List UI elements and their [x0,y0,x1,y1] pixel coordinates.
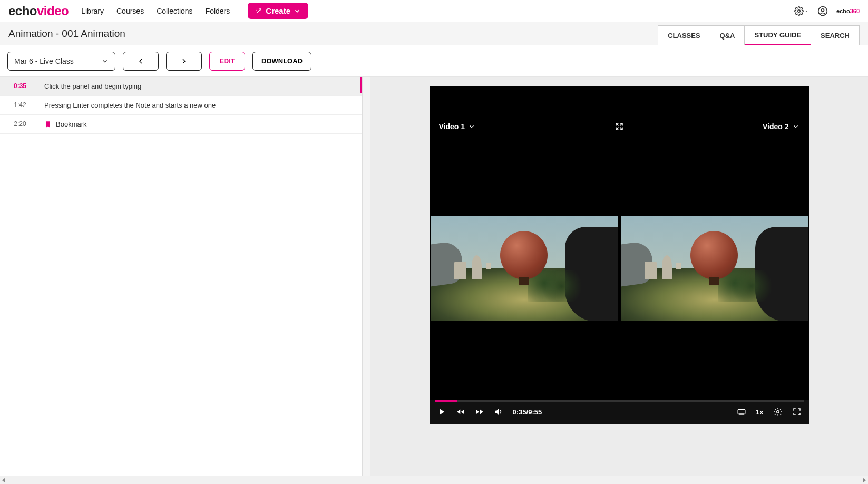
progress-bar[interactable] [435,400,804,402]
user-circle-icon [817,6,828,16]
brand-part1: echo [8,4,37,18]
settings-button[interactable] [794,6,809,16]
tabs: CLASSES Q&A STUDY GUIDE SEARCH [658,22,860,45]
video-area [430,137,809,400]
volume-button[interactable] [494,407,503,417]
note-text: Bookmark [56,120,87,128]
nav-collections[interactable]: Collections [157,7,192,15]
time-total: 9:55 [528,408,542,416]
tiny-brand[interactable]: echo360 [836,8,860,14]
nav-links: Library Courses Collections Folders Crea… [81,3,308,19]
gear-icon [773,407,783,417]
chevron-down-icon [468,123,475,130]
captions-icon [737,407,746,417]
video1-selector[interactable]: Video 1 [439,122,476,131]
horizontal-scrollbar[interactable] [0,476,868,484]
playback-speed[interactable]: 1x [756,408,763,416]
wand-icon [255,7,262,15]
video-player: Video 1 Video 2 [430,86,809,424]
gear-icon [794,6,804,16]
video-thumbnail [431,216,618,321]
svg-point-0 [798,9,801,12]
note-timestamp[interactable]: 0:35 [0,80,40,90]
svg-rect-3 [738,410,745,414]
video-frame-2[interactable] [621,216,808,321]
play-icon [437,407,446,417]
notes-scrollbar[interactable] [363,77,370,476]
video-labels-row: Video 1 Video 2 [430,116,809,137]
page-header: Animation - 001 Animation CLASSES Q&A ST… [0,22,868,45]
top-nav: echovideo Library Courses Collections Fo… [0,0,868,22]
chevron-down-icon [792,123,799,130]
nav-courses[interactable]: Courses [116,7,144,15]
note-row[interactable]: 2:20 Bookmark [0,115,362,134]
account-button[interactable] [817,6,828,16]
chevron-left-icon [136,57,145,65]
toolbar: Mar 6 - Live Class EDIT DOWNLOAD [0,45,868,77]
player-region: Video 1 Video 2 [370,77,868,476]
captions-button[interactable] [737,407,746,417]
forward-button[interactable] [475,407,484,417]
chevron-down-icon [294,7,301,15]
chevron-right-icon [180,57,188,65]
controls-right: 1x [737,407,801,417]
bookmark-icon [44,121,52,128]
note-timestamp[interactable]: 2:20 [0,118,40,128]
create-button[interactable]: Create [248,3,308,19]
note-text[interactable]: Pressing Enter completes the Note and st… [40,99,362,111]
tab-study-guide[interactable]: STUDY GUIDE [745,25,811,45]
note-body[interactable]: Bookmark [40,118,362,130]
rewind-button[interactable] [456,407,465,417]
video1-label: Video 1 [439,122,465,131]
notes-list[interactable]: 0:35 Click the panel and begin typing 1:… [0,77,362,476]
rewind-icon [456,407,465,417]
arrows-expand-icon [615,122,624,131]
note-row[interactable]: 1:42 Pressing Enter completes the Note a… [0,96,362,115]
video-thumbnail [621,216,808,321]
brand-logo[interactable]: echovideo [8,4,69,18]
time-display: 0:35/9:55 [513,408,542,416]
notes-panel: 0:35 Click the panel and begin typing 1:… [0,77,363,476]
swap-sources-button[interactable] [615,122,624,131]
video2-label: Video 2 [763,122,789,131]
video-frame-1[interactable] [431,216,618,321]
note-timestamp[interactable]: 1:42 [0,99,40,109]
volume-icon [494,407,503,417]
note-text[interactable]: Click the panel and begin typing [40,80,362,92]
active-note-marker [360,77,362,93]
progress-fill [435,400,457,402]
nav-folders[interactable]: Folders [206,7,230,15]
brand-part2: video [37,4,69,18]
download-button[interactable]: DOWNLOAD [252,52,311,71]
create-label: Create [266,6,290,15]
tab-search[interactable]: SEARCH [811,25,860,45]
next-class-button[interactable] [166,52,202,71]
main-split: 0:35 Click the panel and begin typing 1:… [0,77,868,476]
player-settings-button[interactable] [773,407,783,417]
fullscreen-button[interactable] [792,407,802,417]
time-current: 0:35 [513,408,526,416]
fullscreen-icon [792,407,802,417]
caret-down-icon [804,8,809,14]
prev-class-button[interactable] [123,52,159,71]
play-button[interactable] [437,407,446,417]
svg-point-5 [776,411,779,413]
edit-button[interactable]: EDIT [209,52,245,71]
fast-forward-icon [475,407,484,417]
player-controls: 0:35/9:55 1x [430,400,809,424]
class-selector-label: Mar 6 - Live Class [14,57,74,65]
chevron-down-icon [101,57,109,65]
topnav-right: echo360 [794,6,860,16]
class-selector[interactable]: Mar 6 - Live Class [7,52,115,71]
tab-qa[interactable]: Q&A [710,25,745,45]
page-title: Animation - 001 Animation [8,28,125,40]
tab-classes[interactable]: CLASSES [658,25,710,45]
nav-library[interactable]: Library [81,7,104,15]
note-row[interactable]: 0:35 Click the panel and begin typing [0,77,362,96]
video2-selector[interactable]: Video 2 [763,122,799,131]
player-top-pad [430,86,809,116]
svg-point-2 [821,8,824,11]
